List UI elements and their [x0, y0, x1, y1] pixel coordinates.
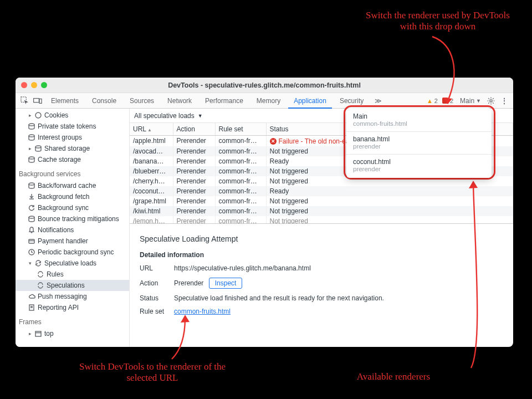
cell-action: Prerender	[173, 206, 215, 216]
application-sidebar[interactable]: ▸Cookies Private state tokens Interest g…	[16, 109, 130, 347]
cell-ruleset: common-fr…	[215, 135, 266, 146]
window-traffic-lights[interactable]	[21, 82, 47, 88]
col-url[interactable]: URL▲	[130, 123, 173, 135]
cell-action: Prerender	[173, 156, 215, 166]
tab-application[interactable]: Application	[288, 93, 332, 109]
sidebar-item-private-state-tokens[interactable]: Private state tokens	[16, 121, 129, 132]
target-dropdown-menu[interactable]: Maincommon-fruits.htmlbanana.htmlprerend…	[346, 108, 492, 178]
filter-label: All speculative loads	[134, 112, 195, 120]
tab-elements[interactable]: Elements	[45, 93, 84, 109]
cell-action: Prerender	[173, 135, 215, 146]
database-icon	[28, 122, 35, 130]
sidebar-item-back-forward-cache[interactable]: Back/forward cache	[16, 180, 129, 191]
sidebar-item-cookies[interactable]: ▸Cookies	[16, 110, 129, 121]
cell-ruleset: common-fr…	[215, 146, 266, 156]
sidebar-item-payment-handler[interactable]: Payment handler	[16, 236, 129, 247]
cell-status: Not triggered	[266, 216, 513, 224]
cell-url: /apple.html	[130, 135, 173, 146]
details-subheading: Detailed information	[140, 251, 503, 259]
sort-asc-icon: ▲	[147, 127, 152, 132]
sidebar-item-background-fetch[interactable]: Background fetch	[16, 191, 129, 202]
target-menu-item[interactable]: coconut.htmlprerender	[346, 156, 492, 176]
cell-status: Ready	[266, 186, 513, 196]
inspect-element-icon[interactable]	[19, 96, 30, 106]
detail-ruleset-link[interactable]: common-fruits.html	[174, 308, 231, 315]
tab-console[interactable]: Console	[86, 93, 122, 109]
inspect-button[interactable]: Inspect	[209, 278, 243, 289]
tab-sources[interactable]: Sources	[124, 93, 160, 109]
cell-status: Not triggered	[266, 206, 513, 216]
sidebar-item-shared-storage[interactable]: ▸Shared storage	[16, 143, 129, 154]
table-row[interactable]: /grape.htmlPrerendercommon-fr…Not trigge…	[130, 196, 513, 206]
table-row[interactable]: /lemon.h…Prerendercommon-fr…Not triggere…	[130, 216, 513, 224]
clock-icon	[28, 248, 35, 256]
target-item-title: banana.html	[353, 135, 485, 143]
sidebar-item-interest-groups[interactable]: Interest groups	[16, 132, 129, 143]
cloud-icon	[28, 293, 35, 300]
database-icon	[28, 134, 35, 141]
cell-url: /cherry.h…	[130, 176, 173, 186]
gear-icon[interactable]	[485, 96, 497, 106]
cell-url: /lemon.h…	[130, 216, 173, 224]
window-minimize-icon[interactable]	[31, 82, 37, 88]
sidebar-item-reporting-api[interactable]: Reporting API	[16, 302, 129, 313]
table-row[interactable]: /kiwi.htmlPrerendercommon-fr…Not trigger…	[130, 206, 513, 216]
sidebar-item-frame-top[interactable]: ▸top	[16, 328, 129, 339]
tab-network[interactable]: Network	[162, 93, 197, 109]
cell-url: /kiwi.html	[130, 206, 173, 216]
sidebar-item-periodic-sync[interactable]: Periodic background sync	[16, 247, 129, 258]
database-icon	[28, 215, 35, 223]
credit-card-icon	[28, 237, 35, 245]
sidebar-item-speculations[interactable]: Speculations	[16, 280, 129, 291]
svg-rect-25	[35, 331, 41, 336]
target-item-subtitle: common-fruits.html	[353, 120, 485, 127]
table-row[interactable]: /coconut…Prerendercommon-fr…Ready	[130, 186, 513, 196]
cell-ruleset: common-fr…	[215, 176, 266, 186]
cell-action: Prerender	[173, 186, 215, 196]
svg-line-11	[488, 103, 489, 104]
detail-action-value: Prerender	[174, 279, 203, 287]
cell-status: Not triggered	[266, 196, 513, 206]
svg-line-10	[493, 98, 494, 99]
sidebar-item-background-sync[interactable]: Background sync	[16, 202, 129, 213]
device-mode-icon[interactable]	[32, 96, 43, 106]
col-ruleset[interactable]: Rule set	[215, 123, 266, 135]
target-menu-item[interactable]: Maincommon-fruits.html	[346, 110, 492, 130]
speculation-details: Speculative Loading Attempt Detailed inf…	[130, 224, 513, 347]
sync-icon	[28, 204, 35, 212]
sync-icon	[34, 259, 42, 267]
detail-url-value: https://speculative-rules.glitch.me/bana…	[174, 264, 503, 272]
window-zoom-icon[interactable]	[41, 82, 47, 88]
cell-url: /blueberr…	[130, 166, 173, 176]
annotation-right: Available renderers	[332, 371, 454, 382]
tab-performance[interactable]: Performance	[200, 93, 249, 109]
detail-action-label: Action	[140, 279, 174, 287]
sidebar-item-speculative-loads[interactable]: ▾Speculative loads	[16, 258, 129, 269]
sidebar-item-bounce-tracking[interactable]: Bounce tracking mitigations	[16, 213, 129, 224]
target-menu-item[interactable]: banana.htmlprerender	[346, 133, 492, 153]
issues-error-badge[interactable]: 2	[442, 98, 453, 104]
target-item-title: Main	[353, 112, 485, 120]
sidebar-item-cache-storage[interactable]: Cache storage	[16, 154, 129, 165]
svg-point-3	[490, 99, 492, 101]
window-icon	[34, 330, 42, 337]
kebab-menu-icon[interactable]: ⋮	[499, 96, 510, 106]
window-close-icon[interactable]	[21, 82, 27, 88]
target-dropdown[interactable]: Main ▼	[458, 95, 483, 106]
detail-ruleset-label: Rule set	[140, 308, 174, 315]
target-item-subtitle: prerender	[353, 166, 485, 172]
svg-point-15	[35, 146, 41, 148]
database-icon	[28, 182, 35, 190]
cell-url: /banana…	[130, 156, 173, 166]
svg-point-16	[29, 157, 34, 159]
svg-rect-2	[39, 99, 42, 103]
issues-warning-badge[interactable]: ▲ 2	[427, 98, 438, 104]
error-x-icon: ✕	[270, 138, 277, 145]
sidebar-item-rules[interactable]: Rules	[16, 269, 129, 280]
tab-memory[interactable]: Memory	[251, 93, 286, 109]
cell-ruleset: common-fr…	[215, 206, 266, 216]
sidebar-item-push-messaging[interactable]: Push messaging	[16, 291, 129, 302]
col-action[interactable]: Action	[173, 123, 215, 135]
svg-rect-1	[34, 98, 39, 102]
sidebar-item-notifications[interactable]: Notifications	[16, 224, 129, 236]
